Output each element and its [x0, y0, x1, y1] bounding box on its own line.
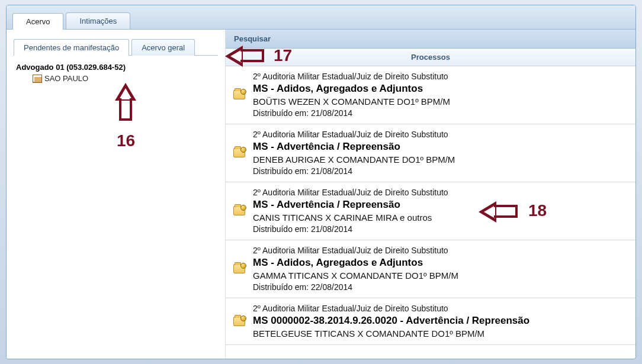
app-window: Acervo Intimações Pendentes de manifesta…: [6, 5, 636, 359]
row-title: MS 0000002-38.2014.9.26.0020 - Advertênc…: [253, 314, 630, 328]
row-audit: 2º Auditoria Militar Estadual/Juiz de Di…: [253, 187, 630, 198]
column-header-label: Processos: [411, 53, 450, 62]
subtab-pendentes-label: Pendentes de manifestação: [24, 43, 119, 52]
row-text: 2º Auditoria Militar Estadual/Juiz de Di…: [253, 303, 630, 340]
process-rows: 2º Auditoria Militar Estadual/Juiz de Di…: [226, 66, 635, 358]
row-audit: 2º Auditoria Militar Estadual/Juiz de Di…: [253, 245, 630, 256]
building-icon: [33, 75, 42, 83]
subtab-acervo-geral[interactable]: Acervo geral: [131, 39, 195, 56]
tree-root-advogado[interactable]: Advogado 01 (053.029.684-52): [16, 62, 216, 73]
row-title: MS - Advertência / Repreensão: [253, 140, 630, 154]
table-row[interactable]: 2º Auditoria Militar Estadual/Juiz de Di…: [226, 240, 635, 298]
sub-tab-bar: Pendentes de manifestação Acervo geral: [14, 38, 218, 56]
row-dist: Distribuído em: 22/08/2014: [253, 282, 630, 293]
row-audit: 2º Auditoria Militar Estadual/Juiz de Di…: [253, 71, 630, 82]
folder-icon: [233, 317, 245, 326]
tab-intimacoes[interactable]: Intimações: [66, 12, 130, 29]
primary-tab-bar: Acervo Intimações: [7, 5, 635, 30]
folder-icon: [233, 264, 245, 273]
row-audit: 2º Auditoria Militar Estadual/Juiz de Di…: [253, 129, 630, 140]
table-row[interactable]: 2º Auditoria Militar Estadual/Juiz de Di…: [226, 298, 635, 345]
folder-icon: [233, 206, 245, 215]
row-icon-cell: [232, 245, 247, 293]
row-parties: CANIS TITICANS X CARINAE MIRA e outros: [253, 212, 630, 224]
row-dist: Distribuído em: 21/08/2014: [253, 108, 630, 119]
row-audit: 2º Auditoria Militar Estadual/Juiz de Di…: [253, 303, 630, 314]
row-dist: Distribuído em: 21/08/2014: [253, 166, 630, 177]
tree-root-label: Advogado 01 (053.029.684-52): [16, 63, 126, 72]
row-icon-cell: [232, 187, 247, 235]
tab-intimacoes-label: Intimações: [79, 17, 117, 25]
row-text: 2º Auditoria Militar Estadual/Juiz de Di…: [253, 187, 630, 235]
folder-icon: [233, 148, 245, 157]
row-title: MS - Adidos, Agregados e Adjuntos: [253, 82, 630, 96]
folder-icon: [233, 90, 245, 99]
annotation-label-16: 16: [117, 131, 135, 150]
row-text: 2º Auditoria Militar Estadual/Juiz de Di…: [253, 71, 630, 119]
app-body: Pendentes de manifestação Acervo geral A…: [7, 30, 635, 358]
row-icon-cell: [232, 71, 247, 119]
table-row[interactable]: 2º Auditoria Militar Estadual/Juiz de Di…: [226, 66, 635, 124]
row-parties: GAMMA TITICANS X COMANDANTE DO1º BPM/M: [253, 270, 630, 282]
row-dist: Distribuído em: 21/08/2014: [253, 224, 630, 235]
row-parties: DENEB AURIGAE X COMANDANTE DO1º BPM/M: [253, 154, 630, 166]
tab-acervo-label: Acervo: [26, 17, 50, 26]
row-icon-cell: [232, 303, 247, 340]
right-pane: Pesquisar Processos 2º Auditoria Militar…: [226, 30, 635, 358]
tree-child-saopaulo[interactable]: SAO PAULO: [16, 73, 216, 84]
tree-child-label: SAO PAULO: [44, 74, 88, 83]
left-pane: Pendentes de manifestação Acervo geral A…: [7, 30, 226, 358]
subtab-pendentes[interactable]: Pendentes de manifestação: [14, 39, 129, 56]
annotation-label-17: 17: [274, 46, 292, 65]
search-label: Pesquisar: [234, 34, 271, 43]
table-row[interactable]: 2º Auditoria Militar Estadual/Juiz de Di…: [226, 182, 635, 240]
row-text: 2º Auditoria Militar Estadual/Juiz de Di…: [253, 245, 630, 293]
row-title: MS - Adidos, Agregados e Adjuntos: [253, 256, 630, 270]
row-text: 2º Auditoria Militar Estadual/Juiz de Di…: [253, 129, 630, 177]
row-title: MS - Advertência / Repreensão: [253, 198, 630, 212]
row-icon-cell: [232, 129, 247, 177]
table-row[interactable]: 2º Auditoria Militar Estadual/Juiz de Di…: [226, 124, 635, 182]
annotation-label-18: 18: [528, 201, 547, 220]
subtab-acervo-geral-label: Acervo geral: [142, 43, 185, 52]
nav-tree: Advogado 01 (053.029.684-52) SAO PAULO: [14, 56, 218, 90]
row-parties: BOÜTIS WEZEN X COMANDANTE DO1º BPM/M: [253, 96, 630, 108]
tab-acervo[interactable]: Acervo: [12, 13, 63, 30]
row-parties: BETELGEUSE TITICANS X COMANDANTE DO1º BP…: [253, 328, 630, 340]
